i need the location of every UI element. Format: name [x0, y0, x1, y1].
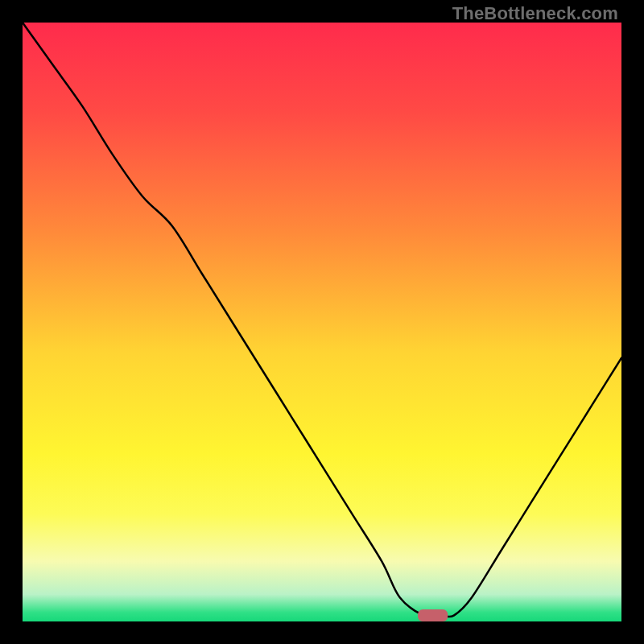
bottleneck-chart [23, 23, 621, 621]
gradient-background [23, 23, 621, 621]
chart-frame [23, 23, 621, 621]
optimal-marker [418, 609, 448, 621]
watermark-text: TheBottleneck.com [452, 3, 618, 24]
